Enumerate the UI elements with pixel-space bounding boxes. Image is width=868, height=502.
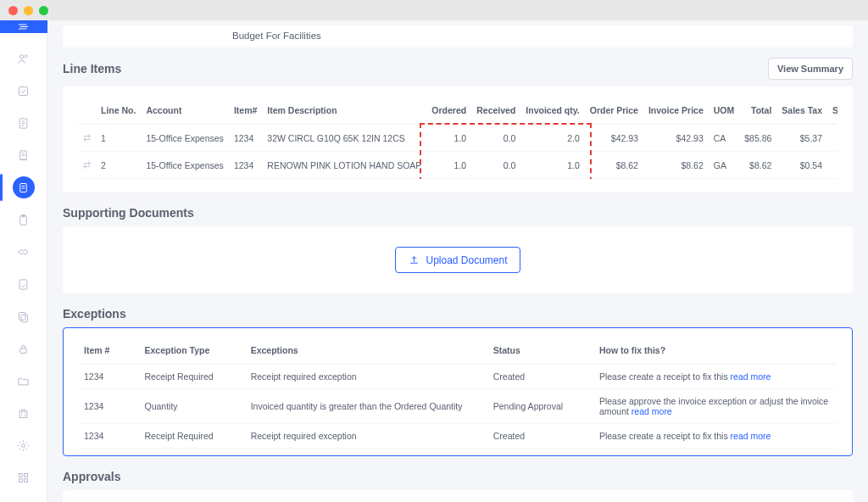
cell: 1234 — [79, 389, 140, 424]
col-header: Exception Type — [140, 340, 246, 365]
app-logo[interactable] — [0, 20, 47, 33]
cell: $42.93 — [585, 125, 643, 152]
cell: 1234 — [229, 125, 262, 152]
cell: Please create a receipt to fix this read… — [594, 365, 837, 389]
cell: CA — [709, 125, 740, 152]
svg-point-13 — [22, 443, 25, 447]
svg-rect-2 — [19, 86, 28, 95]
nav-clipboard-icon[interactable] — [8, 209, 39, 230]
nav-lock-icon[interactable] — [8, 338, 39, 359]
col-header: Item # — [79, 340, 140, 365]
nav-gear-icon[interactable] — [8, 435, 39, 455]
svg-point-0 — [19, 54, 23, 58]
col-header: Total — [739, 100, 776, 125]
nav-apps-icon[interactable] — [8, 467, 39, 488]
cell: Receipt Required — [140, 424, 246, 449]
cell: $0.54 — [776, 152, 827, 179]
budget-label: Budget For Facilities — [232, 31, 321, 41]
table-row: 1234Receipt RequiredReceipt required exc… — [79, 365, 837, 389]
close-window-icon[interactable] — [8, 6, 18, 15]
col-header: Account — [141, 100, 228, 125]
col-header: Shipping — [827, 100, 837, 125]
col-header: Item Description — [262, 100, 426, 125]
main-content: Budget For Facilities Line Items View Su… — [47, 20, 868, 502]
cell: 1234 — [79, 424, 140, 449]
col-header: Received — [471, 100, 520, 125]
col-header: Status — [488, 340, 594, 365]
table-row: 1234QuantityInvoiced quantity is greater… — [79, 389, 837, 424]
cell: Receipt required exception — [246, 424, 488, 449]
table-row: 1234Receipt RequiredReceipt required exc… — [79, 424, 837, 449]
col-header: Item# — [229, 100, 262, 125]
cell: 1.0 — [520, 152, 584, 179]
cell: 15-Office Expenses — [141, 152, 228, 179]
nav-document-icon[interactable] — [8, 113, 39, 133]
svg-rect-12 — [19, 411, 27, 418]
nav-file-check-icon[interactable] — [8, 274, 39, 294]
cell: 15-Office Expenses — [141, 125, 228, 152]
cell: 1 — [96, 125, 141, 152]
cell: Please create a receipt to fix this read… — [594, 424, 837, 449]
svg-rect-16 — [19, 478, 23, 482]
supporting-docs-title: Supporting Documents — [63, 206, 853, 220]
col-header: UOM — [709, 100, 740, 125]
nav-folder-icon[interactable] — [8, 371, 39, 391]
nav-invoice-icon[interactable] — [8, 177, 39, 198]
view-summary-button[interactable]: View Summary — [768, 58, 853, 80]
svg-rect-10 — [21, 315, 28, 322]
line-items-card: Line No.AccountItem#Item DescriptionOrde… — [63, 86, 853, 192]
cell: $8.62 — [585, 152, 643, 179]
cell: 0.0 — [471, 152, 520, 179]
approvals-title: Approvals — [63, 470, 853, 483]
nav-users-icon[interactable] — [8, 48, 39, 69]
share-icon[interactable]: ⇄ — [83, 132, 91, 142]
minimize-window-icon[interactable] — [24, 6, 33, 15]
table-row: ⇄215-Office Expenses1234RENOWN PINK LOTI… — [78, 152, 837, 179]
nav-receipt-icon[interactable] — [8, 145, 39, 165]
col-header: Ordered — [426, 100, 471, 125]
upload-label: Upload Document — [426, 254, 507, 266]
cell: Please approve the invoice exception or … — [594, 389, 837, 424]
exceptions-card: Item #Exception TypeExceptionsStatusHow … — [63, 327, 853, 456]
cell: 1234 — [229, 152, 262, 179]
exceptions-table: Item #Exception TypeExceptionsStatusHow … — [79, 340, 837, 449]
svg-rect-5 — [20, 183, 27, 192]
cell: Pending Approval — [488, 389, 594, 424]
cell: 1.0 — [426, 152, 471, 179]
cell: Receipt Required — [140, 365, 246, 389]
col-header — [78, 100, 96, 125]
supporting-docs-card: Upload Document — [63, 226, 853, 293]
col-header: Exceptions — [246, 340, 488, 365]
upload-document-button[interactable]: Upload Document — [395, 247, 520, 273]
nav-handshake-icon[interactable] — [8, 242, 39, 262]
read-more-link[interactable]: read more — [731, 371, 771, 382]
nav-checkbox-icon[interactable] — [8, 81, 39, 101]
cell: GA — [709, 152, 740, 179]
nav-copy-icon[interactable] — [8, 306, 39, 326]
cell: $0.00 — [827, 125, 837, 152]
approvals-card: John BarnesProject Manager⟶John BarnesPr… — [63, 490, 853, 502]
cell: $8.62 — [643, 152, 709, 179]
svg-point-1 — [25, 54, 27, 57]
col-header: How to fix this? — [594, 340, 837, 365]
read-more-link[interactable]: read more — [731, 431, 771, 441]
cell: $8.62 — [739, 152, 776, 179]
read-more-link[interactable]: read more — [632, 406, 672, 416]
titlebar — [0, 0, 868, 20]
share-icon[interactable]: ⇄ — [83, 159, 91, 170]
cell: RENOWN PINK LOTION HAND SOAP — [262, 152, 426, 179]
nav-building-icon[interactable] — [8, 403, 39, 423]
cell: ⇄ — [78, 125, 96, 152]
svg-rect-9 — [19, 312, 26, 320]
col-header: Sales Tax — [776, 100, 827, 125]
maximize-window-icon[interactable] — [39, 6, 48, 15]
cell: Created — [488, 424, 594, 449]
cell: 1.0 — [426, 125, 471, 152]
col-header: Line No. — [96, 100, 141, 125]
svg-rect-11 — [20, 348, 27, 353]
cell: 1234 — [79, 365, 140, 389]
cell: 0.0 — [471, 125, 520, 152]
cell: 2.0 — [520, 125, 584, 152]
cell: Invoiced quantity is greater than the Or… — [246, 389, 488, 424]
cell: $85.86 — [739, 125, 776, 152]
